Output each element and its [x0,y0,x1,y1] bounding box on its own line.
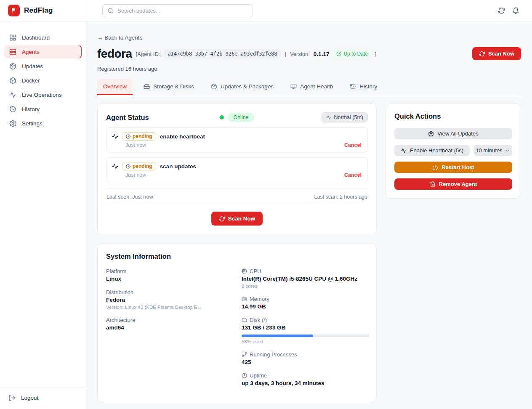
distribution-field: Distribution Fedora Version: Linux 43 (K… [106,289,242,310]
clock-icon [126,134,130,139]
search-icon [107,8,114,14]
version-value: 0.1.17 [314,51,330,57]
sidebar-item-dashboard[interactable]: Dashboard [4,31,82,44]
disk-progress-bar [242,335,369,337]
tab-overview[interactable]: Overview [97,79,133,95]
online-badge: Online [228,113,254,122]
tab-updates-packages[interactable]: Updates & Packages [205,79,279,95]
search-input[interactable] [117,8,248,14]
redflag-logo-icon [8,5,20,16]
package-icon [9,63,16,70]
cpu-value: Intel(R) Core(TM) i5-8265U CPU @ 1.60GHz [242,276,369,282]
activity-icon [401,148,407,154]
clock-icon [242,373,247,378]
uptime-field: Uptime up 3 days, 3 hours, 34 minutes [242,372,369,386]
enable-heartbeat-button[interactable]: Enable Heartbeat (5s) [394,145,470,156]
cancel-task-link[interactable]: Cancel [344,172,362,178]
quick-actions-title: Quick Actions [394,112,512,120]
system-information-title: System Information [106,252,368,260]
memory-value: 14.99 GB [242,303,369,310]
sidebar-item-label: Agents [22,49,40,55]
sidebar-item-settings[interactable]: Settings [4,117,82,130]
package-icon [428,131,434,137]
package-icon [211,83,217,90]
power-icon [432,165,438,170]
scan-now-button-header[interactable]: Scan Now [472,47,521,60]
main-area: ← Back to Agents fedora [Agent ID: a147c… [86,0,532,409]
pending-operation-row: pending enable heartbeat Just now Cancel [106,127,368,152]
disk-used-text: 56% used [242,339,369,344]
git-branch-icon [242,352,247,357]
notifications-button[interactable] [512,7,519,14]
disk-value: 131 GB / 233 GB [242,324,369,331]
gear-icon [9,120,16,127]
task-name: enable heartbeat [160,133,205,140]
separator: | [285,51,286,57]
agent-header: fedora [Agent ID: a147c9b8-33b7-4f2b-926… [97,47,521,72]
sidebar-item-label: Docker [22,77,40,84]
agent-status-title: Agent Status [106,114,149,121]
server-icon [9,48,16,56]
refresh-button[interactable] [498,7,505,14]
scan-now-button-card[interactable]: Scan Now [211,212,263,226]
logout-button[interactable]: Logout [8,394,77,401]
architecture-field: Architecture amd64 [106,317,242,331]
activity-icon [326,115,331,120]
agent-detail-page: ← Back to Agents fedora [Agent ID: a147c… [86,21,532,409]
activity-icon [112,133,118,140]
tab-agent-health[interactable]: Agent Health [285,79,339,95]
activity-icon [112,163,118,170]
cpu-icon [242,268,247,274]
sidebar-item-docker[interactable]: Docker [4,74,82,87]
up-to-date-badge: Up to Date [333,50,371,58]
cancel-task-link[interactable]: Cancel [344,142,362,148]
history-icon [350,83,356,90]
brand: RedFlag [0,0,86,21]
interval-dropdown[interactable]: 10 minutes [473,145,512,156]
hard-drive-icon [144,83,150,90]
sidebar-item-agents[interactable]: Agents [4,45,82,58]
task-time: Just now [125,142,146,148]
pending-badge: pending [122,162,156,170]
back-to-agents-link[interactable]: ← Back to Agents [97,35,142,41]
pending-operation-row: pending scan updates Just now Cancel [106,157,368,182]
search-box[interactable] [102,4,253,17]
task-time: Just now [125,172,146,178]
history-icon [9,106,16,113]
activity-icon [9,91,16,98]
distribution-value: Fedora [106,297,242,303]
agent-id-prefix: [Agent ID: [136,51,160,57]
tab-history[interactable]: History [344,79,383,95]
monitor-icon [290,83,297,90]
remove-agent-button[interactable]: Remove Agent [394,178,512,190]
memory-field: Memory 14.99 GB [242,296,369,310]
cpu-field: CPU Intel(R) Core(TM) i5-8265U CPU @ 1.6… [242,268,369,289]
sidebar-item-history[interactable]: History [4,102,82,116]
tab-storage-disks[interactable]: Storage & Disks [138,79,200,95]
bracket-close: ] [375,51,377,57]
refresh-icon [498,7,505,14]
clock-icon [126,164,130,169]
agent-id-value: a147c9b8-33b7-4f2b-926e-a93edf32fe88 [164,49,281,58]
sidebar-item-live-operations[interactable]: Live Operations [4,88,82,101]
topbar-actions [498,7,519,14]
online-status: Online [220,113,254,122]
agent-tabs: Overview Storage & Disks Updates & Packa… [97,79,521,95]
task-name: scan updates [160,163,196,170]
pending-badge: pending [122,132,156,141]
sidebar-item-label: Live Operations [22,92,62,98]
system-information-card: System Information Platform Linux Distri… [97,244,377,402]
sidebar-item-label: Updates [22,63,43,69]
sidebar-nav: Dashboard Agents Updates Docker [0,21,86,130]
trash-icon [430,181,436,187]
processes-value: 425 [242,359,369,365]
heartbeat-mode-chip[interactable]: Normal (5m) [322,112,368,122]
cube-icon [9,77,16,84]
architecture-value: amd64 [106,324,242,331]
disk-field: Disk (/) 131 GB / 233 GB 56% used [242,317,369,344]
sidebar-item-updates[interactable]: Updates [4,59,82,73]
last-seen-text: Last seen: Just now [106,194,153,200]
restart-host-button[interactable]: Restart Host [394,162,512,173]
view-all-updates-button[interactable]: View All Updates [394,128,512,139]
chevron-down-icon [505,148,510,153]
